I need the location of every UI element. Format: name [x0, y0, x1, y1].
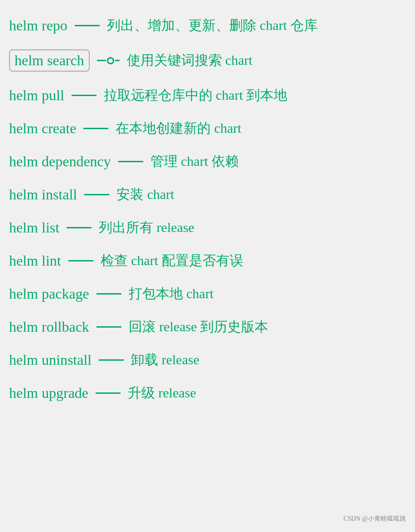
- command-name-package: helm package: [9, 285, 89, 302]
- command-name-search: helm search: [9, 49, 90, 72]
- command-name-repo: helm repo: [9, 17, 68, 34]
- watermark: CSDN @小青蛙呱呱跳: [343, 515, 406, 523]
- command-name-list: helm list: [9, 219, 59, 236]
- separator-rollback: [97, 326, 121, 328]
- command-item-list: helm list列出所有 release: [9, 211, 401, 244]
- command-item-repo: helm repo列出、增加、更新、删除 chart 仓库: [9, 9, 401, 42]
- description-search: 使用关键词搜索 chart: [127, 51, 252, 70]
- separator-list: [67, 227, 92, 228]
- description-upgrade: 升级 release: [128, 384, 196, 402]
- separator-create: [83, 128, 108, 129]
- command-item-upgrade: helm upgrade升级 release: [9, 377, 401, 410]
- separator-repo: [75, 25, 100, 26]
- description-package: 打包本地 chart: [129, 285, 213, 303]
- description-list: 列出所有 release: [99, 218, 194, 237]
- separator-upgrade: [96, 392, 121, 394]
- separator-lint: [68, 260, 93, 261]
- command-name-lint: helm lint: [9, 252, 61, 269]
- command-name-dependency: helm dependency: [9, 153, 111, 170]
- command-item-rollback: helm rollback回滚 release 到历史版本: [9, 310, 401, 343]
- description-rollback: 回滚 release 到历史版本: [129, 318, 268, 336]
- command-item-create: helm create在本地创建新的 chart: [9, 112, 401, 145]
- description-lint: 检查 chart 配置是否有误: [101, 251, 243, 270]
- command-item-package: helm package打包本地 chart: [9, 277, 401, 310]
- command-item-lint: helm lint检查 chart 配置是否有误: [9, 244, 401, 277]
- description-dependency: 管理 chart 依赖: [150, 152, 239, 171]
- command-item-dependency: helm dependency管理 chart 依赖: [9, 145, 401, 178]
- command-item-search: helm search 使用关键词搜索 chart: [9, 42, 401, 79]
- command-name-uninstall: helm uninstall: [9, 352, 92, 368]
- description-create: 在本地创建新的 chart: [116, 119, 241, 138]
- command-item-uninstall: helm uninstall卸载 release: [9, 343, 401, 377]
- separator-search: [97, 57, 120, 64]
- separator-package: [97, 293, 121, 295]
- separator-install: [84, 194, 109, 195]
- command-item-pull: helm pull拉取远程仓库中的 chart 到本地: [9, 79, 401, 112]
- circle-icon: [107, 57, 114, 64]
- separator-pull: [72, 95, 97, 96]
- command-name-create: helm create: [9, 120, 76, 137]
- description-pull: 拉取远程仓库中的 chart 到本地: [104, 86, 287, 105]
- description-repo: 列出、增加、更新、删除 chart 仓库: [107, 16, 318, 35]
- command-name-rollback: helm rollback: [9, 319, 89, 335]
- separator-uninstall: [99, 359, 124, 361]
- command-name-upgrade: helm upgrade: [9, 385, 88, 401]
- command-name-install: helm install: [9, 186, 77, 203]
- command-item-install: helm install安装 chart: [9, 178, 401, 211]
- description-install: 安装 chart: [116, 185, 174, 204]
- command-list: helm repo列出、增加、更新、删除 chart 仓库helm search…: [9, 9, 401, 410]
- command-name-pull: helm pull: [9, 87, 64, 104]
- description-uninstall: 卸载 release: [131, 351, 199, 369]
- separator-dependency: [118, 161, 143, 162]
